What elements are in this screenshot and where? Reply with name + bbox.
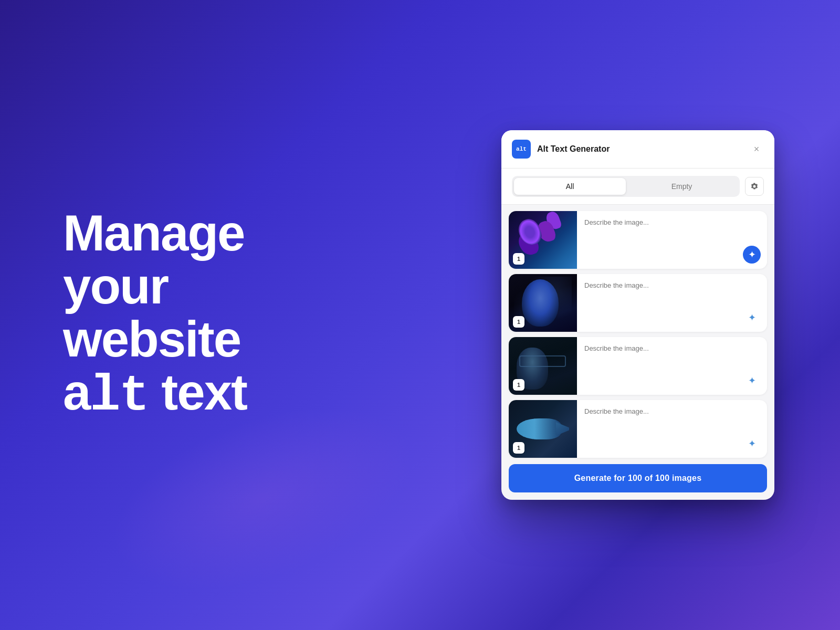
image-badge: 1 [513,379,524,391]
image-list: 1 ✦ 1 ✦ [501,205,774,464]
hero-line4-prefix: a [63,364,90,420]
list-item: 1 ✦ [509,211,767,269]
sparkle-icon: ✦ [748,375,756,386]
right-section: alt Alt Text Generator × All Empty 1 [436,99,840,531]
image-content: ✦ [577,274,767,332]
hero-line4-suffix: text [149,364,247,420]
settings-button[interactable] [745,177,764,196]
list-item: 1 ✦ [509,274,767,332]
app-logo: alt [512,140,531,159]
image-badge: 1 [513,253,524,265]
image-badge: 1 [513,316,524,328]
tab-all[interactable]: All [514,178,626,195]
image-content: ✦ [577,400,767,458]
ai-generate-button[interactable]: ✦ [743,435,761,453]
image-thumbnail: 1 [509,274,577,332]
filter-tabs: All Empty [512,176,740,197]
title-bar: alt Alt Text Generator × [501,130,774,169]
close-button[interactable]: × [749,142,764,156]
hero-line4-mono: lt [90,368,148,425]
image-thumbnail: 1 [509,337,577,395]
plugin-window: alt Alt Text Generator × All Empty 1 [501,130,774,500]
alt-text-input[interactable] [584,343,760,388]
sparkle-icon: ✦ [748,312,756,323]
hero-line4: alt text [63,364,247,420]
image-badge: 1 [513,442,524,454]
image-thumbnail: 1 [509,400,577,458]
list-item: 1 ✦ [509,337,767,395]
list-item: 1 ✦ [509,400,767,458]
alt-text-input[interactable] [584,406,760,452]
hero-line2: your [63,258,168,314]
image-content: ✦ [577,211,767,269]
gear-icon [750,182,759,191]
generate-button[interactable]: Generate for 100 of 100 images [509,464,767,492]
sparkle-icon: ✦ [748,249,756,260]
image-content: ✦ [577,337,767,395]
hero-line1: Manage [63,205,244,261]
hero-line3: website [63,311,240,367]
sparkle-icon: ✦ [748,438,756,449]
ai-generate-button[interactable]: ✦ [743,309,761,327]
hero-text: Manage your website alt text [63,207,404,423]
image-thumbnail: 1 [509,211,577,269]
plugin-title: Alt Text Generator [537,144,743,154]
ai-generate-button[interactable]: ✦ [743,372,761,390]
alt-text-input[interactable] [584,217,760,262]
filter-bar: All Empty [501,169,774,205]
alt-text-input[interactable] [584,280,760,326]
tab-empty[interactable]: Empty [626,178,738,195]
ai-generate-button[interactable]: ✦ [743,246,761,264]
